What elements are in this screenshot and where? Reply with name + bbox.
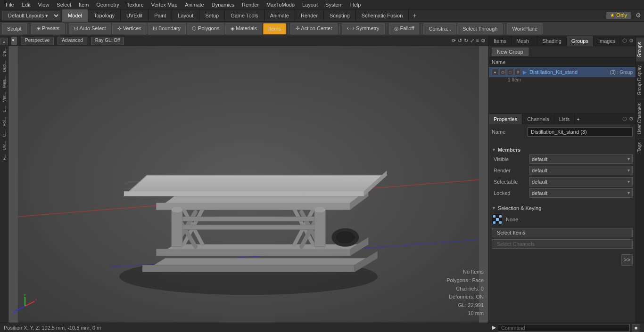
menu-file[interactable]: File <box>2 0 18 9</box>
vtab-user-channels[interactable]: User Channels <box>636 99 644 138</box>
advanced-btn[interactable]: Advanced <box>58 37 87 45</box>
command-execute-button[interactable]: ■ <box>632 324 640 332</box>
members-header: Members <box>492 147 633 153</box>
settings-icon[interactable]: ⚙ <box>633 12 644 19</box>
vtab-groups[interactable]: Groups <box>636 38 644 61</box>
layout-tab-render[interactable]: Render <box>295 9 324 22</box>
arrow-button[interactable]: >> <box>621 254 633 266</box>
menu-system[interactable]: System <box>322 0 347 9</box>
group-render-btn[interactable]: ◷ <box>499 69 506 75</box>
menu-item[interactable]: Item <box>75 0 92 9</box>
menu-geometry[interactable]: Geometry <box>92 0 123 9</box>
polygons-button[interactable]: ⬡ Polygons <box>187 23 224 34</box>
props-tab-lists[interactable]: Lists <box>554 114 575 124</box>
command-area: ▶ ■ <box>110 324 640 332</box>
constraints-button[interactable]: Constra... <box>423 23 456 34</box>
locked-select[interactable]: default <box>529 188 633 198</box>
rp-tab-mesh[interactable]: Mesh ... <box>512 36 538 46</box>
new-group-button[interactable]: New Group <box>492 48 528 56</box>
menu-view[interactable]: View <box>34 0 53 9</box>
rp-tab-groups[interactable]: Groups <box>567 36 594 46</box>
select-through-button[interactable]: Select Through <box>457 23 503 34</box>
vp-icon-rotate[interactable]: ⟳ <box>452 38 456 44</box>
menu-select[interactable]: Select <box>53 0 75 9</box>
menu-animate[interactable]: Animate <box>181 0 207 9</box>
layout-tab-paint[interactable]: Paint <box>149 9 172 22</box>
props-tab-channels[interactable]: Channels <box>522 114 554 124</box>
menu-help[interactable]: Help <box>347 0 365 9</box>
props-expand-icon[interactable]: ⬡ <box>622 116 627 122</box>
vtab-group-display[interactable]: Group Display <box>636 61 644 99</box>
group-extra-btn[interactable]: ⚙ <box>514 69 521 75</box>
layout-tab-setup[interactable]: Setup <box>199 9 225 22</box>
sidebar-label-c: C... <box>2 129 7 139</box>
viewport[interactable]: ● Perspective Advanced Ray GL: Off ⟳ ↺ ↻… <box>8 36 488 323</box>
perspective-btn[interactable]: Perspective <box>21 37 54 45</box>
vp-icon-redo[interactable]: ↻ <box>464 38 468 44</box>
menu-texture[interactable]: Texture <box>123 0 148 9</box>
command-input[interactable] <box>498 324 630 332</box>
select-channels-button[interactable]: Select Channels <box>492 239 633 249</box>
menu-render[interactable]: Render <box>238 0 263 9</box>
rp-tabs: Items Mesh ... Shading Groups Images ⬡ ⚙ <box>489 36 636 46</box>
auto-select-button[interactable]: ⊡ Auto Select <box>69 23 111 34</box>
keying-row: None <box>492 214 633 225</box>
layout-tab-scripting[interactable]: Scripting <box>324 9 356 22</box>
layout-dropdown[interactable]: Default Layouts ▾ <box>2 11 60 20</box>
layout-tab-schematic[interactable]: Schematic Fusion <box>356 9 409 22</box>
menu-maxtomodo[interactable]: MaxToModo <box>263 0 298 9</box>
rp-expand-icon[interactable]: ⬡ <box>622 38 627 44</box>
layout-tab-layout[interactable]: Layout <box>172 9 199 22</box>
items-button[interactable]: Items <box>263 23 286 34</box>
layout-tab-uvedit[interactable]: UVEdit <box>121 9 149 22</box>
vp-icon-expand[interactable]: ⤢ <box>470 38 474 44</box>
layout-tab-model[interactable]: Model <box>62 9 88 22</box>
group-item[interactable]: ● ◷ □ ⚙ ▶ Distillation_Kit_stand (3) : G… <box>489 67 636 77</box>
falloff-button[interactable]: ◎ Falloff <box>389 23 420 34</box>
rp-tab-images[interactable]: Images <box>594 36 620 46</box>
materials-button[interactable]: ◈ Materials <box>225 23 262 34</box>
vtab-tags[interactable]: Tags <box>636 138 644 156</box>
select-items-button[interactable]: Select Items <box>492 228 633 237</box>
vp-icon-undo[interactable]: ↺ <box>458 38 462 44</box>
layout-add-button[interactable]: + <box>409 9 420 22</box>
presets-button[interactable]: ⊞ Presets <box>31 23 65 34</box>
action-center-button[interactable]: ✛ Action Center <box>290 23 338 34</box>
menu-dynamics[interactable]: Dynamics <box>208 0 238 9</box>
group-lock-btn[interactable]: □ <box>507 69 513 75</box>
group-eye-btn[interactable]: ● <box>492 69 498 75</box>
ray-gl-btn[interactable]: Ray GL: Off <box>91 37 124 45</box>
vertices-button[interactable]: ⊹ Vertices <box>112 23 147 34</box>
svg-rect-38 <box>314 210 325 246</box>
rp-tab-items[interactable]: Items <box>489 36 512 46</box>
sculpt-button[interactable]: Sculpt <box>2 23 27 34</box>
render-select[interactable]: default <box>529 166 633 175</box>
viewport-canvas[interactable]: No Items Polygons : Face Channels: 0 Def… <box>8 46 488 323</box>
props-tab-properties[interactable]: Properties <box>489 114 522 124</box>
visible-select[interactable]: default <box>529 154 633 164</box>
rp-tab-shading[interactable]: Shading <box>537 36 566 46</box>
symmetry-button[interactable]: ⟺ Symmetry <box>342 23 385 34</box>
layout-tab-topology[interactable]: Topology <box>88 9 121 22</box>
vp-icon-menu[interactable]: ≡ <box>476 38 479 44</box>
sidebar-label-edit: E... <box>2 104 7 114</box>
vp-icon-settings[interactable]: ⚙ <box>481 38 486 44</box>
menu-layout[interactable]: Layout <box>298 0 322 9</box>
layout-tab-gametools[interactable]: Game Tools <box>225 9 264 22</box>
rp-settings-icon[interactable]: ⚙ <box>629 38 634 44</box>
sidebar-label-f: F... <box>2 153 7 162</box>
layout-tab-animate[interactable]: Animate <box>264 9 295 22</box>
props-tab-add[interactable]: + <box>577 116 579 122</box>
props-settings-icon[interactable]: ⚙ <box>629 116 634 122</box>
selectable-select[interactable]: default <box>529 177 633 186</box>
viewport-dot[interactable]: ● <box>11 37 17 45</box>
left-sidebar: ▲ De... Dup... Mes... Ver... E... Pol...… <box>0 36 8 323</box>
boundary-button[interactable]: ⊡ Boundary <box>148 23 186 34</box>
sidebar-top-btn[interactable]: ▲ <box>0 38 8 45</box>
menu-edit[interactable]: Edit <box>18 0 34 9</box>
workplane-button[interactable]: WorkPlane <box>507 23 543 34</box>
render-select-wrapper: default <box>529 166 633 175</box>
menu-vertex-map[interactable]: Vertex Map <box>148 0 182 9</box>
separator <box>339 24 340 33</box>
name-input[interactable] <box>528 127 633 137</box>
